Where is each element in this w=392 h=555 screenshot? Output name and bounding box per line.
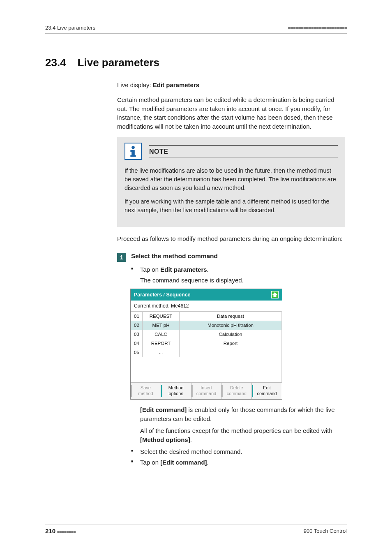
note-box: NOTE If the live modifications are also … bbox=[117, 137, 345, 227]
edit-command-button[interactable]: Editcommand bbox=[252, 383, 282, 399]
note-header-row: NOTE bbox=[125, 143, 338, 160]
step-title: Select the method command bbox=[131, 252, 218, 262]
bullet3-bold: [Edit command] bbox=[160, 459, 207, 466]
delete-command-button: Deletecommand bbox=[221, 383, 252, 399]
row-index: 01 bbox=[131, 312, 143, 321]
row-index: 04 bbox=[131, 339, 143, 348]
method-options-post: . bbox=[190, 436, 192, 443]
edit-command-bold: [Edit command] bbox=[140, 406, 187, 413]
method-options-bold: [Method options] bbox=[140, 436, 190, 443]
note-title-wrap: NOTE bbox=[149, 145, 338, 157]
bullet-text-bold: Edit parameters bbox=[160, 266, 207, 273]
row-command: CALC bbox=[143, 330, 180, 339]
step-1: 1 Select the method command bbox=[117, 252, 345, 262]
row-command: REPORT bbox=[143, 339, 180, 348]
row-index: 02 bbox=[131, 321, 143, 330]
section-heading: 23.4 Live parameters bbox=[45, 56, 347, 69]
section-title: Live parameters bbox=[78, 56, 159, 69]
bullet3-post: . bbox=[207, 459, 209, 466]
body-column: Live display: Edit parameters Certain me… bbox=[117, 81, 345, 467]
running-header: 23.4 Live parameters ■■■■■■■■■■■■■■■■■■■… bbox=[45, 25, 347, 31]
row-command: MET pH bbox=[143, 321, 180, 330]
table-row[interactable]: 05... bbox=[131, 348, 282, 357]
bullet-subtext: The command sequence is displayed. bbox=[140, 276, 345, 285]
header-dashes: ■■■■■■■■■■■■■■■■■■■■■■■ bbox=[288, 25, 347, 31]
row-description: Report bbox=[180, 339, 282, 348]
parameters-sequence-window: Parameters / Sequence Current method: Me… bbox=[130, 289, 282, 400]
footer-dashes: ■■■■■■■■ bbox=[57, 529, 76, 534]
live-display-line: Live display: Edit parameters bbox=[117, 81, 345, 90]
proceed-paragraph: Proceed as follows to modify method para… bbox=[117, 234, 345, 243]
footer-product: 900 Touch Control bbox=[304, 528, 347, 534]
table-row[interactable]: 02MET pHMonotonic pH titration bbox=[131, 321, 282, 330]
step-1-bullets-a: Tap on Edit parameters. bbox=[131, 265, 345, 275]
bullet3-pre: Tap on bbox=[140, 459, 160, 466]
header-rule bbox=[45, 33, 347, 34]
current-method-label: Current method: Me4612 bbox=[131, 301, 282, 312]
button-bar: SavemethodMethodoptionsInsertcommandDele… bbox=[131, 382, 282, 399]
bullet-text-post: . bbox=[207, 266, 209, 273]
step-1-bullets-b: Select the desired method command. Tap o… bbox=[131, 447, 345, 467]
after-shot-para-1: [Edit command] is enabled only for those… bbox=[140, 405, 345, 424]
note-paragraph-2: If you are working with the sample table… bbox=[125, 197, 338, 215]
insert-command-button: Insertcommand bbox=[191, 383, 222, 399]
home-icon[interactable] bbox=[271, 291, 279, 298]
table-row[interactable]: 01REQUESTData request bbox=[131, 312, 282, 321]
note-title: NOTE bbox=[149, 145, 338, 157]
row-description: Monotonic pH titration bbox=[180, 321, 282, 330]
window-title: Parameters / Sequence bbox=[134, 292, 191, 298]
after-shot-para-2: All of the functions except for the meth… bbox=[140, 426, 345, 445]
page: 23.4 Live parameters ■■■■■■■■■■■■■■■■■■■… bbox=[0, 0, 392, 555]
row-description bbox=[180, 348, 282, 357]
note-paragraph-1: If the live modifications are also to be… bbox=[125, 166, 338, 192]
row-description: Calculation bbox=[180, 330, 282, 339]
sequence-table: 01REQUESTData request02MET pHMonotonic p… bbox=[131, 312, 282, 383]
window-titlebar: Parameters / Sequence bbox=[131, 289, 282, 301]
bullet-text-pre: Tap on bbox=[140, 266, 160, 273]
section-number: 23.4 bbox=[45, 56, 66, 69]
svg-point-0 bbox=[131, 146, 135, 149]
svg-rect-3 bbox=[130, 155, 136, 157]
live-display-value: Edit parameters bbox=[153, 81, 199, 88]
bullet-tap-edit-parameters: Tap on Edit parameters. bbox=[131, 265, 345, 275]
header-section-ref: 23.4 Live parameters bbox=[45, 25, 95, 31]
row-command: REQUEST bbox=[143, 312, 180, 321]
svg-marker-4 bbox=[272, 292, 277, 297]
info-icon bbox=[125, 143, 142, 160]
method-options-pre: All of the functions except for the meth… bbox=[140, 427, 332, 434]
live-display-label: Live display: bbox=[117, 81, 153, 88]
step-number-badge: 1 bbox=[117, 253, 126, 262]
row-command: ... bbox=[143, 348, 180, 357]
table-spacer bbox=[131, 357, 282, 382]
bullet-tap-edit-command: Tap on [Edit command]. bbox=[131, 458, 345, 467]
svg-rect-2 bbox=[130, 150, 133, 152]
footer-left: 210 ■■■■■■■■ bbox=[45, 527, 76, 534]
save-method-button: Savemethod bbox=[131, 383, 161, 399]
row-index: 03 bbox=[131, 330, 143, 339]
row-index: 05 bbox=[131, 348, 143, 357]
intro-paragraph: Certain method parameters can be edited … bbox=[117, 95, 345, 131]
table-row[interactable]: 03CALCCalculation bbox=[131, 330, 282, 339]
bullet-select-command: Select the desired method command. bbox=[131, 447, 345, 457]
page-number: 210 bbox=[45, 527, 55, 534]
row-description: Data request bbox=[180, 312, 282, 321]
method-options-button[interactable]: Methodoptions bbox=[161, 383, 191, 399]
table-row[interactable]: 04REPORTReport bbox=[131, 339, 282, 348]
page-footer: 210 ■■■■■■■■ 900 Touch Control bbox=[45, 525, 347, 534]
